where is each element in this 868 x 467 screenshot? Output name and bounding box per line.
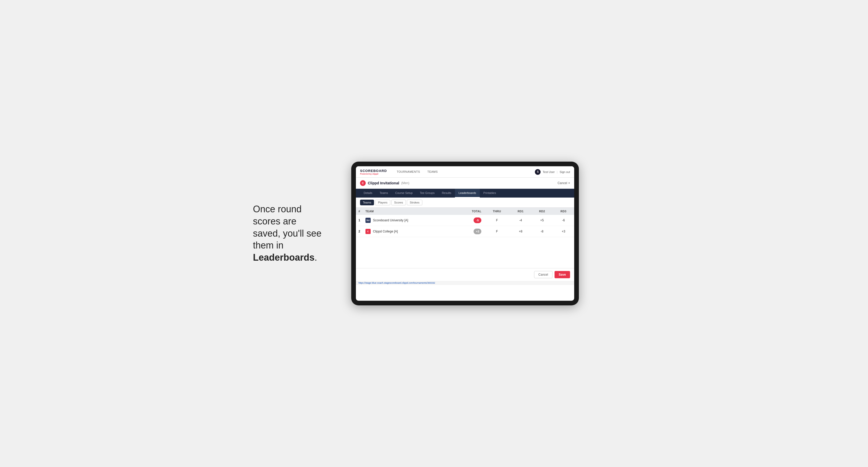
desc-line3: saved, you'll see — [253, 228, 321, 239]
cell-rd1: +8 — [510, 226, 531, 237]
logo-area: SCOREBOARD Powered by clippd — [360, 169, 387, 175]
col-rd2: RD2 — [531, 208, 553, 215]
nav-right: S Test User | Sign out — [535, 169, 570, 175]
footer-save-button[interactable]: Save — [555, 271, 570, 278]
filter-teams[interactable]: Teams — [360, 199, 374, 205]
table-header-row: # TEAM TOTAL THRU RD1 RD2 RD3 — [356, 208, 574, 215]
left-description: Once round scores are saved, you'll see … — [253, 203, 336, 264]
divider: | — [557, 170, 558, 174]
col-team: TEAM — [363, 208, 456, 215]
tab-teams[interactable]: Teams — [376, 189, 392, 197]
cell-rd2: +5 — [531, 215, 553, 226]
team-name-text: Scoreboard University [A] — [373, 218, 408, 222]
tab-results[interactable]: Results — [438, 189, 455, 197]
filter-scores[interactable]: Scores — [391, 199, 406, 205]
table-row: 2 C Clippd College [A] +3 F +8 -8 +3 — [356, 226, 574, 237]
cell-team: C Clippd College [A] — [363, 226, 456, 237]
tab-details[interactable]: Details — [360, 189, 376, 197]
desc-line5-suffix: . — [314, 252, 317, 263]
leaderboard-table-container: # TEAM TOTAL THRU RD1 RD2 RD3 1 SU Score… — [356, 208, 574, 237]
cell-rank: 2 — [356, 226, 363, 237]
tournament-name: Clippd Invitational — [368, 181, 399, 185]
table-row: 1 SU Scoreboard University [A] -5 F -4 +… — [356, 215, 574, 226]
cell-rd3: -6 — [553, 215, 574, 226]
cell-rd3: +3 — [553, 226, 574, 237]
tab-tee-groups[interactable]: Tee Groups — [416, 189, 438, 197]
total-badge: -5 — [473, 217, 481, 223]
nav-links: TOURNAMENTS TEAMS — [393, 166, 535, 178]
col-total: TOTAL — [456, 208, 484, 215]
status-url: https://stage-blue-coach.stagescoreboard… — [359, 282, 435, 284]
tournament-gender: (Men) — [401, 181, 409, 185]
cell-thru: F — [484, 226, 510, 237]
tab-leaderboards[interactable]: Leaderboards — [455, 189, 480, 197]
powered-by: Powered by clippd — [360, 173, 387, 175]
cell-total: +3 — [456, 226, 484, 237]
tournament-icon: C — [360, 180, 366, 186]
col-rank: # — [356, 208, 363, 215]
sub-navigation: Details Teams Course Setup Tee Groups Re… — [356, 189, 574, 197]
nav-teams[interactable]: TEAMS — [424, 166, 441, 178]
desc-line1: Once round — [253, 204, 302, 214]
table-spacer — [356, 237, 574, 268]
tablet-screen: SCOREBOARD Powered by clippd TOURNAMENTS… — [356, 166, 574, 301]
desc-line5-bold: Leaderboards — [253, 252, 314, 263]
tab-course-setup[interactable]: Course Setup — [392, 189, 416, 197]
status-bar: https://stage-blue-coach.stagescoreboard… — [356, 281, 574, 285]
modal-footer: Cancel Save — [356, 268, 574, 281]
user-name: Test User — [542, 170, 555, 174]
tournament-header: C Clippd Invitational (Men) Cancel × — [356, 178, 574, 189]
leaderboard-table: # TEAM TOTAL THRU RD1 RD2 RD3 1 SU Score… — [356, 208, 574, 237]
cell-rd2: -8 — [531, 226, 553, 237]
cell-thru: F — [484, 215, 510, 226]
tournament-cancel-button[interactable]: Cancel × — [558, 181, 570, 185]
filter-players[interactable]: Players — [375, 199, 390, 205]
user-avatar: S — [535, 169, 540, 175]
col-rd1: RD1 — [510, 208, 531, 215]
desc-line2: scores are — [253, 216, 297, 226]
tablet-device: SCOREBOARD Powered by clippd TOURNAMENTS… — [351, 162, 579, 305]
filter-bar: Teams Players Scores Strokes — [356, 197, 574, 208]
footer-cancel-button[interactable]: Cancel — [534, 271, 553, 278]
cell-rank: 1 — [356, 215, 363, 226]
team-logo-icon: SU — [366, 218, 371, 223]
cell-team: SU Scoreboard University [A] — [363, 215, 456, 226]
team-name-text: Clippd College [A] — [373, 229, 398, 233]
filter-strokes[interactable]: Strokes — [407, 199, 422, 205]
desc-line4: them in — [253, 240, 283, 251]
col-rd3: RD3 — [553, 208, 574, 215]
tournament-title-area: C Clippd Invitational (Men) — [360, 180, 409, 186]
cell-rd1: -4 — [510, 215, 531, 226]
nav-tournaments[interactable]: TOURNAMENTS — [393, 166, 424, 178]
sign-out-link[interactable]: Sign out — [560, 170, 570, 174]
tab-printables[interactable]: Printables — [480, 189, 500, 197]
col-thru: THRU — [484, 208, 510, 215]
cell-total: -5 — [456, 215, 484, 226]
top-navigation: SCOREBOARD Powered by clippd TOURNAMENTS… — [356, 166, 574, 178]
logo-text: SCOREBOARD — [360, 169, 387, 173]
total-badge: +3 — [473, 228, 481, 234]
team-logo-icon: C — [366, 229, 371, 234]
